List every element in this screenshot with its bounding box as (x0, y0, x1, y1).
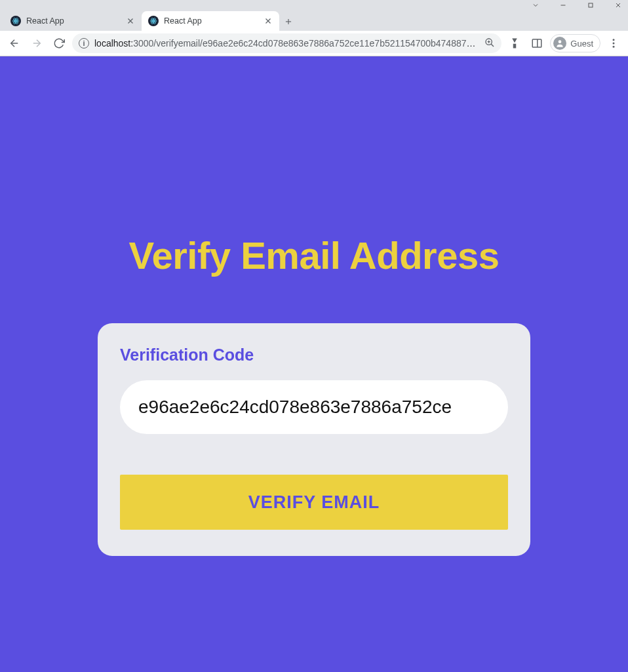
new-tab-button[interactable] (279, 12, 298, 31)
window-minimize-button[interactable] (559, 1, 568, 10)
site-info-icon[interactable]: i (79, 38, 89, 49)
svg-point-10 (153, 20, 154, 22)
svg-rect-24 (513, 44, 517, 49)
svg-line-21 (491, 44, 494, 47)
svg-point-29 (613, 43, 615, 45)
menu-button[interactable] (604, 34, 623, 52)
browser-tab[interactable]: React App (142, 11, 279, 31)
tab-close-button[interactable] (264, 16, 273, 26)
profile-label: Guest (570, 39, 593, 49)
nav-back-button[interactable] (5, 34, 24, 52)
verification-code-label: Verification Code (120, 346, 508, 365)
address-bar[interactable]: i localhost:3000/verifyemail/e96ae2e6c24… (72, 33, 501, 53)
react-favicon-icon (10, 16, 21, 26)
side-panel-button[interactable] (528, 34, 546, 52)
browser-chrome: React App React App (0, 0, 628, 56)
tab-strip: React App React App (0, 10, 628, 31)
page-viewport: Verify Email Address Verification Code V… (0, 56, 628, 672)
window-titlebar (0, 0, 628, 10)
window-close-button[interactable] (614, 1, 623, 10)
window-maximize-button[interactable] (586, 1, 595, 10)
verify-email-button[interactable]: VERIFY EMAIL (120, 475, 508, 530)
svg-point-28 (613, 39, 615, 41)
react-favicon-icon (148, 16, 159, 26)
avatar-icon (553, 37, 566, 50)
verification-code-input[interactable] (120, 380, 508, 434)
verification-card: Verification Code VERIFY EMAIL (98, 323, 530, 556)
extensions-button[interactable] (505, 34, 524, 52)
svg-rect-1 (589, 3, 593, 7)
zoom-icon[interactable] (484, 37, 495, 50)
browser-tab[interactable]: React App (4, 11, 142, 31)
url-text: localhost:3000/verifyemail/e96ae2e6c24cd… (94, 38, 479, 49)
browser-toolbar: i localhost:3000/verifyemail/e96ae2e6c24… (0, 31, 628, 56)
profile-chip[interactable]: Guest (550, 34, 600, 52)
caret-down-icon[interactable] (531, 1, 540, 10)
svg-point-30 (613, 46, 615, 48)
nav-reload-button[interactable] (50, 34, 68, 52)
tab-title: React App (26, 16, 121, 26)
svg-point-27 (559, 40, 562, 43)
nav-forward-button[interactable] (28, 34, 46, 52)
tab-close-button[interactable] (126, 16, 135, 26)
svg-point-4 (15, 20, 16, 22)
tab-title: React App (164, 16, 258, 26)
page-title: Verify Email Address (129, 233, 500, 277)
